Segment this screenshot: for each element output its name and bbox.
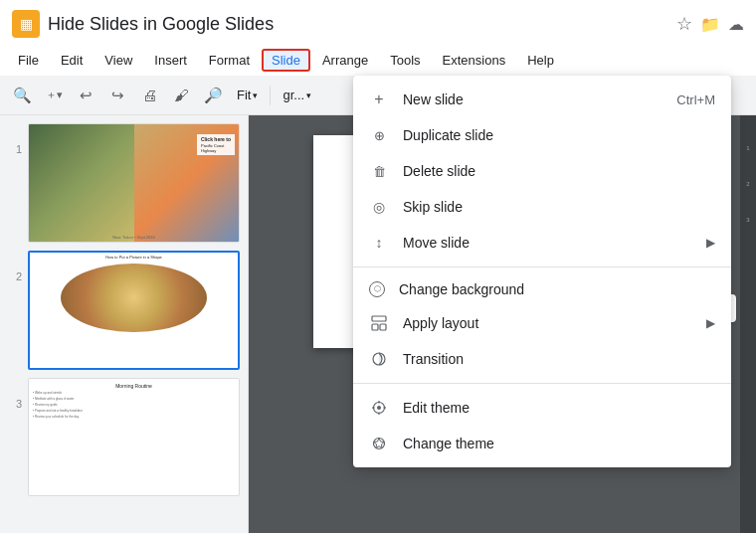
delete-slide-icon: 🗑 (369, 161, 389, 181)
apply-layout-arrow-icon: ▶ (706, 316, 715, 330)
slide3-title: Morning Routine (33, 383, 235, 389)
edit-theme-label: Edit theme (403, 400, 715, 416)
slide1-image-left (29, 124, 134, 242)
menu-divider-1 (353, 266, 731, 267)
move-slide-label: Move slide (403, 235, 692, 251)
slide-number-3: 3 (8, 398, 22, 410)
menu-item-new-slide[interactable]: + New slide Ctrl+M (353, 82, 731, 117)
menu-item-delete-slide[interactable]: 🗑 Delete slide (353, 153, 731, 189)
menu-bar: File Edit View Insert Format Slide Arran… (0, 44, 756, 76)
duplicate-slide-icon: ⊕ (369, 125, 389, 145)
bg-dropdown[interactable]: gr... ▾ (277, 85, 317, 105)
menu-item-change-background[interactable]: ⬡ Change background (353, 273, 731, 305)
star-icon[interactable]: ☆ (676, 13, 692, 35)
slide3-line4: • Prepare and eat a healthy breakfast (33, 409, 235, 413)
title-bar: ▦ Hide Slides in Google Slides ☆ 📁 ☁ (0, 0, 756, 44)
slide-thumbnail-3[interactable]: Morning Routine • Wake up and stretch • … (28, 378, 240, 497)
menu-item-change-theme[interactable]: Change theme (353, 426, 731, 461)
menu-extensions[interactable]: Extensions (433, 49, 516, 72)
undo-button[interactable]: ↩ (72, 82, 99, 109)
change-theme-label: Change theme (403, 436, 715, 451)
menu-file[interactable]: File (8, 49, 49, 72)
svg-rect-2 (380, 324, 386, 330)
ruler-mark-2: 2 (746, 181, 749, 187)
slide3-line3: • Review my goals (33, 403, 235, 407)
menu-format[interactable]: Format (199, 49, 260, 72)
slide-thumbnail-1[interactable]: Click here to Pacific Coast Highway Near… (28, 123, 240, 243)
slide3-line5: • Review your schedule for the day (33, 415, 235, 419)
menu-item-duplicate-slide[interactable]: ⊕ Duplicate slide (353, 117, 731, 153)
change-background-label: Change background (399, 281, 715, 297)
transition-icon (369, 349, 389, 369)
svg-rect-0 (372, 316, 386, 321)
menu-tools[interactable]: Tools (380, 49, 430, 72)
new-slide-icon: + (369, 89, 389, 109)
toolbar-separator (270, 86, 271, 105)
apply-layout-label: Apply layout (403, 315, 692, 331)
new-slide-shortcut: Ctrl+M (676, 92, 715, 107)
ruler-mark-3: 3 (746, 217, 749, 223)
slide-thumbnail-2[interactable]: How to Put a Picture in a Shape (28, 251, 240, 370)
menu-divider-2 (353, 383, 731, 384)
menu-insert[interactable]: Insert (144, 49, 197, 72)
skip-slide-label: Skip slide (403, 199, 715, 215)
new-slide-label: New slide (403, 91, 662, 107)
doc-title: Hide Slides in Google Slides (48, 14, 668, 35)
menu-help[interactable]: Help (517, 49, 564, 72)
menu-arrange[interactable]: Arrange (312, 49, 378, 72)
dropdown-menu: + New slide Ctrl+M ⊕ Duplicate slide 🗑 D… (353, 76, 731, 467)
slide2-title: How to Put a Picture in a Shape (103, 253, 164, 262)
change-theme-icon (369, 434, 389, 453)
cloud-icon[interactable]: ☁ (728, 15, 744, 34)
menu-view[interactable]: View (94, 49, 142, 72)
transition-label: Transition (403, 351, 715, 367)
apply-layout-icon (369, 313, 389, 333)
skip-slide-icon: ◎ (369, 197, 389, 217)
zoom-in-button[interactable]: 🔎 (199, 82, 227, 109)
menu-item-skip-slide[interactable]: ◎ Skip slide (353, 189, 731, 225)
zoom-dropdown[interactable]: Fit ▾ (231, 85, 264, 105)
move-slide-arrow-icon: ▶ (706, 236, 715, 250)
svg-point-5 (377, 406, 381, 410)
slide-panel: 1 Click here to Pacific Coast Highway Ne… (0, 115, 249, 533)
slide1-caption: Near Tulum • Sept 2024 (29, 235, 239, 240)
vertical-ruler: 1 2 3 (740, 115, 756, 533)
slide3-line2: • Meditate with a glass of water (33, 397, 235, 401)
duplicate-slide-label: Duplicate slide (403, 127, 715, 143)
svg-rect-1 (372, 324, 378, 330)
delete-slide-label: Delete slide (403, 163, 715, 179)
paint-format-button[interactable]: 🖌 (167, 82, 195, 109)
change-background-icon: ⬡ (369, 281, 385, 297)
slide1-text-box: Click here to Pacific Coast Highway (197, 134, 235, 155)
search-button[interactable]: 🔍 (8, 82, 36, 109)
bg-label: gr... (283, 88, 304, 102)
menu-item-apply-layout[interactable]: Apply layout ▶ (353, 305, 731, 341)
slide-number-1: 1 (8, 143, 22, 155)
print-button[interactable]: 🖨 (135, 82, 163, 109)
redo-button[interactable]: ↪ (103, 82, 131, 109)
bg-arrow-icon: ▾ (306, 90, 311, 100)
app-icon: ▦ (12, 10, 40, 38)
edit-theme-icon (369, 398, 389, 418)
slide2-image (61, 264, 206, 332)
zoom-label: Fit (237, 88, 251, 102)
ruler-mark-1: 1 (746, 145, 749, 151)
slide-item-1[interactable]: 1 Click here to Pacific Coast Highway Ne… (8, 123, 240, 243)
menu-item-transition[interactable]: Transition (353, 341, 731, 377)
add-slide-button[interactable]: ＋▾ (40, 82, 68, 109)
folder-icon[interactable]: 📁 (700, 15, 720, 34)
menu-item-edit-theme[interactable]: Edit theme (353, 390, 731, 426)
menu-edit[interactable]: Edit (51, 49, 93, 72)
move-slide-icon: ↕ (369, 233, 389, 253)
slide-item-2[interactable]: 2 How to Put a Picture in a Shape (8, 251, 240, 370)
menu-slide[interactable]: Slide (262, 49, 310, 72)
slide3-line1: • Wake up and stretch (33, 391, 235, 395)
zoom-arrow-icon: ▾ (253, 90, 258, 100)
menu-item-move-slide[interactable]: ↕ Move slide ▶ (353, 225, 731, 261)
slide-number-2: 2 (8, 270, 22, 282)
slide-item-3[interactable]: 3 Morning Routine • Wake up and stretch … (8, 378, 240, 497)
